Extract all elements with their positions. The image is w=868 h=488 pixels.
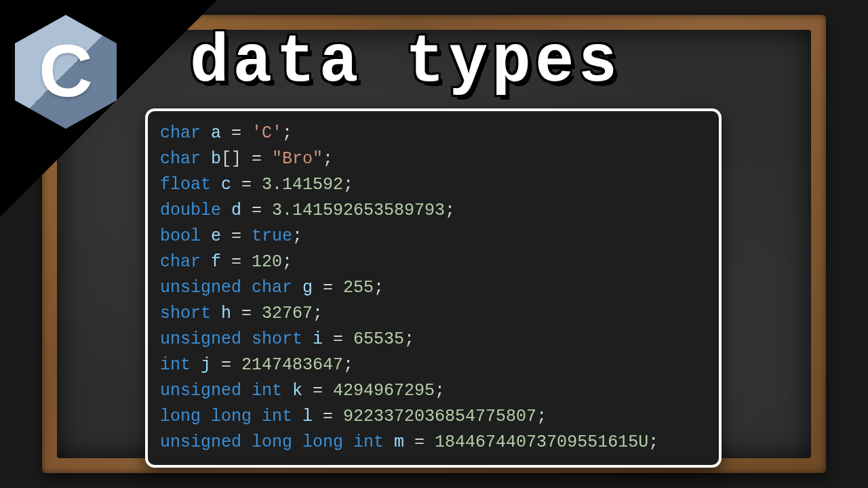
page-title: data types — [190, 24, 621, 101]
code-line: short h = 32767; — [160, 301, 707, 327]
code-token-op: = — [211, 355, 241, 375]
c-logo-letter: C — [39, 33, 92, 108]
code-token-op: ; — [343, 355, 353, 375]
code-line: char f = 120; — [160, 249, 707, 275]
code-token-var: c — [221, 175, 231, 195]
code-token-op: ; — [282, 123, 292, 143]
code-token-op: ; — [323, 149, 333, 169]
code-token-var: b — [211, 149, 221, 169]
code-token-kw: unsigned short — [160, 329, 313, 349]
code-token-op: ; — [374, 278, 384, 298]
code-token-kw: long long int — [160, 407, 302, 426]
code-line: char b[] = "Bro"; — [160, 146, 707, 172]
code-line: unsigned short i = 65535; — [160, 327, 707, 352]
code-block: char a = 'C';char b[] = "Bro";float c = … — [160, 121, 707, 455]
code-token-num: 3.141592653589793 — [272, 201, 445, 220]
code-token-op: [] = — [221, 149, 272, 169]
code-line: float c = 3.141592; — [160, 172, 707, 198]
code-token-kw: char — [160, 149, 211, 169]
code-line: unsigned char g = 255; — [160, 275, 707, 301]
code-token-op: = — [231, 304, 262, 323]
code-token-op: = — [404, 432, 435, 452]
code-token-var: a — [211, 123, 221, 143]
code-token-kw: short — [160, 304, 221, 323]
code-token-kw: unsigned long long int — [160, 432, 394, 452]
code-token-var: k — [292, 381, 302, 401]
code-token-op: = — [221, 123, 252, 143]
code-token-op: = — [241, 201, 272, 220]
code-token-op: = — [221, 226, 252, 246]
code-token-var: e — [211, 226, 221, 246]
code-token-num: 120 — [252, 252, 282, 272]
code-token-op: ; — [445, 201, 455, 220]
c-logo-hexagon: C — [15, 15, 117, 129]
code-token-bool: true — [252, 226, 292, 246]
code-token-num: 255 — [343, 278, 374, 298]
code-token-kw: float — [160, 175, 221, 195]
code-token-num: 9223372036854775807 — [343, 407, 536, 426]
code-token-kw: double — [160, 201, 231, 220]
code-token-num: 18446744073709551615U — [435, 432, 648, 452]
code-token-num: 65535 — [353, 329, 404, 349]
code-token-kw: int — [160, 355, 201, 375]
code-token-kw: char — [160, 123, 211, 143]
code-line: unsigned int k = 4294967295; — [160, 378, 707, 404]
code-token-op: = — [302, 381, 333, 401]
code-token-kw: bool — [160, 226, 211, 246]
code-line: char a = 'C'; — [160, 121, 707, 146]
code-line: bool e = true; — [160, 224, 707, 249]
code-token-var: m — [394, 432, 404, 452]
code-line: int j = 2147483647; — [160, 352, 707, 378]
code-line: long long int l = 9223372036854775807; — [160, 404, 707, 430]
code-panel: char a = 'C';char b[] = "Bro";float c = … — [145, 108, 722, 468]
code-token-var: h — [221, 304, 231, 323]
code-token-num: 3.141592 — [262, 175, 343, 195]
code-token-num: 2147483647 — [241, 355, 343, 375]
code-token-op: = — [231, 175, 262, 195]
code-token-kw: char — [160, 252, 211, 272]
code-line: double d = 3.141592653589793; — [160, 198, 707, 224]
code-token-var: g — [302, 278, 313, 298]
code-token-op: ; — [292, 226, 302, 246]
code-token-op: ; — [404, 329, 414, 349]
code-token-num: 32767 — [262, 304, 313, 323]
code-token-op: ; — [435, 381, 445, 401]
code-token-op: ; — [282, 252, 292, 272]
code-token-op: = — [221, 252, 252, 272]
code-token-op: = — [313, 407, 343, 426]
code-token-var: j — [201, 355, 211, 375]
code-token-str: 'C' — [252, 123, 282, 143]
code-line: unsigned long long int m = 1844674407370… — [160, 430, 707, 455]
code-token-op: ; — [648, 432, 658, 452]
code-token-kw: unsigned int — [160, 381, 292, 401]
code-token-var: l — [302, 407, 313, 426]
code-token-var: i — [313, 329, 323, 349]
c-language-logo: C — [15, 15, 117, 129]
code-token-kw: unsigned char — [160, 278, 302, 298]
code-token-var: d — [231, 201, 241, 220]
code-token-num: 4294967295 — [333, 381, 435, 401]
code-token-op: ; — [536, 407, 547, 426]
code-token-op: = — [323, 329, 353, 349]
code-token-op: ; — [313, 304, 323, 323]
code-token-op: ; — [343, 175, 353, 195]
code-token-var: f — [211, 252, 221, 272]
code-token-str: "Bro" — [272, 149, 323, 169]
code-token-op: = — [313, 278, 343, 298]
